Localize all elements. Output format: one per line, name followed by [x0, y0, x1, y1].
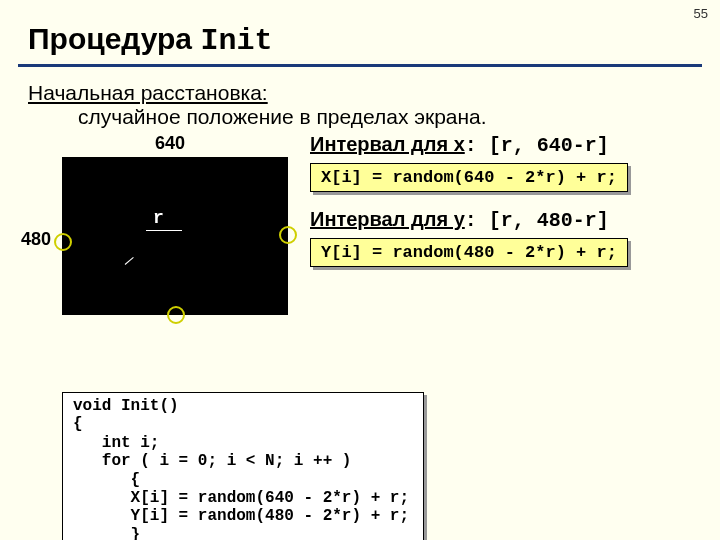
- screen-box: r: [62, 157, 288, 315]
- dimension-width-label: 640: [155, 133, 185, 154]
- radius-underline: [146, 230, 182, 231]
- interval-y-label: Интервал для y: [310, 208, 465, 230]
- info-column: Интервал для x: [r, 640-r] X[i] = random…: [310, 133, 702, 283]
- interval-x-label: Интервал для x: [310, 133, 465, 155]
- circle-icon: [54, 233, 72, 251]
- formula-y-box: Y[i] = random(480 - 2*r) + r;: [310, 238, 628, 267]
- page-title: Процедура Init: [0, 0, 720, 62]
- interval-x-value: : [r, 640-r]: [465, 134, 609, 157]
- subline: случайное положение в пределах экрана.: [0, 105, 720, 129]
- code-block: void Init() { int i; for ( i = 0; i < N;…: [62, 392, 424, 540]
- interval-y-value: : [r, 480-r]: [465, 209, 609, 232]
- page-number: 55: [694, 6, 708, 21]
- radius-indicator-line: [125, 257, 134, 265]
- subtitle: Начальная расстановка:: [0, 67, 720, 105]
- title-mono: Init: [200, 24, 272, 58]
- dimension-height-label: 480: [21, 229, 51, 250]
- title-prefix: Процедура: [28, 22, 200, 55]
- interval-y-line: Интервал для y: [r, 480-r]: [310, 208, 702, 232]
- circle-icon: [167, 306, 185, 324]
- content-area: 640 480 r Интервал для x: [r, 640-r] X[i…: [0, 133, 720, 333]
- circle-icon: [279, 226, 297, 244]
- radius-label: r: [153, 208, 164, 228]
- subtitle-text: Начальная расстановка:: [28, 81, 268, 104]
- formula-x-box: X[i] = random(640 - 2*r) + r;: [310, 163, 628, 192]
- interval-x-line: Интервал для x: [r, 640-r]: [310, 133, 702, 157]
